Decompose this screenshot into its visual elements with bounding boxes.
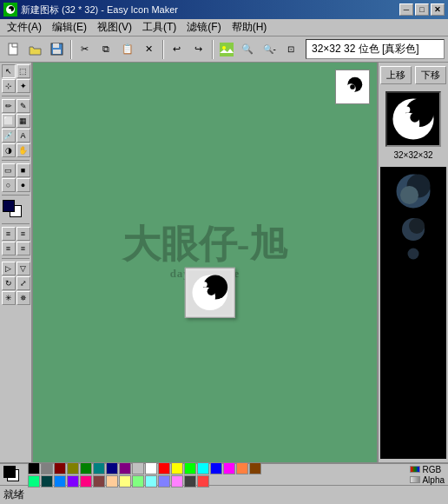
palette-color-19[interactable]	[41, 475, 53, 487]
window-title: 新建图标 (32 * 32) - Easy Icon Maker	[21, 3, 178, 17]
fill-tool[interactable]: ▦	[16, 114, 30, 128]
maximize-button[interactable]: □	[415, 3, 429, 16]
select-tool[interactable]: ↖	[2, 64, 16, 78]
menu-item-H[interactable]: 帮助(H)	[227, 18, 273, 36]
save-button[interactable]	[47, 39, 68, 60]
rotate-tool[interactable]: ↻	[2, 276, 16, 290]
palette-color-5[interactable]	[93, 462, 105, 474]
new-button[interactable]	[3, 39, 24, 60]
palette-color-10[interactable]	[158, 462, 170, 474]
menu-item-F[interactable]: 滤镜(F)	[181, 18, 226, 36]
tool-row-13: ✳ ✵	[2, 291, 30, 305]
open-button[interactable]	[25, 39, 46, 60]
canvas-area[interactable]: 大眼仔-旭 dayanzai.me	[33, 63, 377, 462]
preview-48-svg	[392, 170, 434, 212]
palette-color-3[interactable]	[67, 462, 79, 474]
palette-color-23[interactable]	[93, 475, 105, 487]
menu-item-E[interactable]: 编辑(E)	[47, 18, 92, 36]
lasso-tool[interactable]: ⊹	[2, 79, 16, 93]
align-center-tool[interactable]: ≡	[2, 242, 16, 255]
eraser-tool[interactable]: ⬜	[2, 114, 16, 128]
color-selector[interactable]	[3, 200, 29, 219]
menu-item-T[interactable]: 工具(T)	[137, 18, 181, 36]
palette-color-0[interactable]	[28, 462, 40, 474]
undo-button[interactable]: ↩	[167, 39, 188, 60]
palette-color-15[interactable]	[223, 462, 235, 474]
fill-ellipse-tool[interactable]: ●	[16, 178, 30, 192]
fg-color[interactable]	[3, 466, 16, 478]
alpha-swatch	[410, 476, 420, 483]
palette-color-7[interactable]	[119, 462, 131, 474]
palette-color-16[interactable]	[236, 462, 248, 474]
palette-color-25[interactable]	[119, 475, 131, 487]
palette-color-30[interactable]	[184, 475, 196, 487]
zoom-out-button[interactable]: 🔍-	[259, 39, 280, 60]
ellipse-tool[interactable]: ○	[2, 178, 16, 192]
pencil-tool[interactable]: ✏	[2, 99, 16, 113]
palette-color-12[interactable]	[184, 462, 196, 474]
align-right-tool[interactable]: ≡	[16, 227, 30, 241]
palette-color-24[interactable]	[106, 475, 118, 487]
hand-tool[interactable]: ✋	[16, 143, 30, 157]
palette-color-31[interactable]	[197, 475, 209, 487]
fg-color-swatch[interactable]	[3, 200, 15, 212]
rgb-channel-row: RGB	[410, 465, 445, 474]
palette-color-17[interactable]	[249, 462, 261, 474]
bottom-palette-area: RGB Alpha	[0, 462, 448, 485]
svg-point-20	[208, 288, 215, 295]
close-button[interactable]: ✕	[431, 3, 445, 16]
fx2-tool[interactable]: ✵	[16, 291, 30, 305]
window-controls[interactable]: ─ □ ✕	[399, 3, 445, 16]
align-left-tool[interactable]: ≡	[2, 227, 16, 241]
redo-button[interactable]: ↪	[188, 39, 209, 60]
small-canvas-preview	[335, 70, 370, 104]
tool-row-5: 💉 A	[2, 129, 30, 143]
flip-v-tool[interactable]: ▽	[16, 262, 30, 275]
eyedropper-tool[interactable]: 💉	[2, 129, 16, 143]
flip-h-tool[interactable]: ▷	[2, 262, 16, 275]
copy-button[interactable]: ⧉	[96, 39, 116, 60]
palette-color-27[interactable]	[145, 475, 157, 487]
palette-color-9[interactable]	[145, 462, 157, 474]
delete-button[interactable]: ✕	[139, 39, 160, 60]
paste-button[interactable]: 📋	[117, 39, 138, 60]
gradient-tool[interactable]: ◑	[2, 143, 16, 157]
palette-color-1[interactable]	[41, 462, 53, 474]
palette-color-13[interactable]	[197, 462, 209, 474]
svg-point-3	[8, 9, 11, 12]
palette-color-2[interactable]	[54, 462, 66, 474]
menu-item-V[interactable]: 视图(V)	[92, 18, 137, 36]
palette-color-29[interactable]	[171, 475, 183, 487]
palette-color-4[interactable]	[80, 462, 92, 474]
move-up-button[interactable]: 上移	[380, 66, 412, 84]
color-swatch[interactable]	[3, 466, 23, 483]
move-down-button[interactable]: 下移	[415, 66, 446, 84]
size-info: 32×32 32 位色 [真彩色]	[306, 39, 445, 59]
align-vcenter-tool[interactable]: ≡	[16, 242, 30, 255]
rect-tool[interactable]: ▭	[2, 163, 16, 177]
palette-color-6[interactable]	[106, 462, 118, 474]
zoom-in-button[interactable]: 🔍	[237, 39, 258, 60]
palette-color-14[interactable]	[210, 462, 222, 474]
palette-color-20[interactable]	[54, 475, 66, 487]
wand-tool[interactable]: ✦	[16, 79, 30, 93]
preview-icon-svg	[339, 74, 366, 100]
fx-tool[interactable]: ✳	[2, 291, 16, 305]
palette-color-26[interactable]	[132, 475, 144, 487]
brush-tool[interactable]: ✎	[16, 99, 30, 113]
menu-item-A[interactable]: 文件(A)	[2, 18, 47, 36]
palette-color-22[interactable]	[80, 475, 92, 487]
palette-color-8[interactable]	[132, 462, 144, 474]
cut-button[interactable]: ✂	[75, 39, 96, 60]
palette-color-21[interactable]	[67, 475, 79, 487]
fill-rect-tool[interactable]: ■	[16, 163, 30, 177]
image-btn[interactable]	[216, 39, 237, 60]
transform-tool[interactable]: ⤢	[16, 276, 30, 290]
minimize-button[interactable]: ─	[399, 3, 413, 16]
palette-color-18[interactable]	[28, 475, 40, 487]
palette-color-28[interactable]	[158, 475, 170, 487]
palette-color-11[interactable]	[171, 462, 183, 474]
select2-tool[interactable]: ⬚	[16, 64, 30, 78]
text-tool[interactable]: A	[16, 129, 30, 143]
fit-button[interactable]: ⊡	[280, 39, 301, 60]
